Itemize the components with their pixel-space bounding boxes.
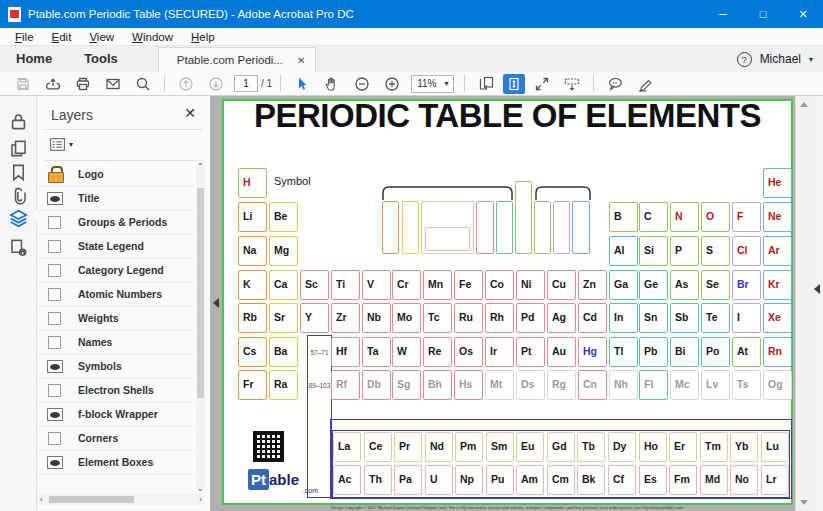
layer-row-groups-periods[interactable]: Groups & Periods: [37, 211, 195, 235]
account-name[interactable]: Michael: [760, 52, 801, 66]
share-icon[interactable]: [40, 73, 66, 95]
layer-visible-eye-icon[interactable]: [47, 360, 63, 373]
fullscreen-icon[interactable]: [529, 73, 555, 95]
attachments-icon[interactable]: [9, 186, 28, 205]
model-tree-icon[interactable]: [9, 238, 28, 257]
fit-width-icon[interactable]: [473, 73, 499, 95]
previous-page-icon[interactable]: [173, 73, 199, 95]
help-icon[interactable]: ?: [737, 52, 752, 67]
next-page-icon[interactable]: [203, 73, 229, 95]
layer-row-names[interactable]: Names: [37, 331, 195, 355]
layer-visibility-checkbox[interactable]: [48, 216, 61, 229]
fit-page-button-selected[interactable]: [503, 74, 525, 94]
legend-box-green: [534, 201, 551, 254]
element-v: V: [362, 270, 391, 300]
element-os: Os: [454, 337, 483, 367]
save-icon[interactable]: [10, 73, 36, 95]
page-thumbnails-icon[interactable]: [9, 139, 28, 158]
scroll-up-icon[interactable]: [800, 102, 808, 107]
search-icon[interactable]: [130, 73, 156, 95]
email-icon[interactable]: [100, 73, 126, 95]
layer-row-weights[interactable]: Weights: [37, 307, 195, 331]
tab-document[interactable]: Ptable.com Periodi... ✕: [158, 47, 317, 72]
element-og: Og: [763, 370, 792, 400]
layer-row-atomic-numbers[interactable]: Atomic Numbers: [37, 283, 195, 307]
print-icon[interactable]: [70, 73, 96, 95]
layer-visible-eye-icon[interactable]: [47, 456, 63, 469]
layers-panel: Layers ✕ ▾ LogoTitleGroups & PeriodsStat…: [37, 96, 210, 511]
layer-row-category-legend[interactable]: Category Legend: [37, 259, 195, 283]
tab-document-label: Ptable.com Periodi...: [177, 54, 283, 66]
layer-row-f-block-wrapper[interactable]: f-block Wrapper: [37, 403, 195, 427]
layer-row-symbols[interactable]: Symbols: [37, 355, 195, 379]
element-db: Db: [362, 370, 391, 400]
account-dropdown-icon[interactable]: ▾: [809, 55, 813, 64]
layer-visibility-checkbox[interactable]: [48, 432, 61, 445]
minimize-button[interactable]: ─: [703, 0, 743, 28]
layer-row-state-legend[interactable]: State Legend: [37, 235, 195, 259]
layer-label: Names: [78, 336, 112, 348]
acrobat-app-icon: [8, 7, 21, 22]
element-hf: Hf: [331, 337, 360, 367]
reading-mode-icon[interactable]: [559, 73, 585, 95]
element-pd: Pd: [516, 303, 545, 333]
layer-visibility-checkbox[interactable]: [48, 384, 61, 397]
hand-tool-icon[interactable]: [319, 73, 345, 95]
zoom-level-select[interactable]: 11% ▾: [411, 75, 454, 93]
layer-row-corners[interactable]: Corners: [37, 427, 195, 451]
layer-row-title[interactable]: Title: [37, 187, 195, 211]
element-au: Au: [547, 337, 576, 367]
collapse-left-panel-icon[interactable]: [213, 298, 219, 308]
select-tool-icon[interactable]: [289, 73, 315, 95]
layers-vertical-scrollbar[interactable]: ⌃ ⌄: [196, 160, 205, 493]
layer-visible-eye-icon[interactable]: [47, 408, 63, 421]
ptable-logo-pt: Pt: [248, 469, 269, 490]
tab-close-icon[interactable]: ✕: [297, 55, 305, 66]
comment-icon[interactable]: [602, 73, 628, 95]
layers-panel-close-icon[interactable]: ✕: [184, 105, 196, 121]
layers-options-button[interactable]: ▾: [49, 137, 73, 152]
zoom-out-icon[interactable]: [349, 73, 375, 95]
zoom-in-icon[interactable]: [379, 73, 405, 95]
layer-visibility-checkbox[interactable]: [48, 288, 61, 301]
tab-home[interactable]: Home: [0, 51, 68, 72]
layer-visibility-checkbox[interactable]: [48, 312, 61, 325]
layer-visibility-checkbox[interactable]: [48, 264, 61, 277]
close-button[interactable]: ✕: [783, 0, 823, 28]
element-eu: Eu: [516, 432, 544, 462]
menu-help[interactable]: Help: [182, 31, 224, 43]
layer-visibility-checkbox[interactable]: [48, 336, 61, 349]
menu-file[interactable]: File: [6, 31, 43, 43]
acrobat-window: Ptable.com Periodic Table (SECURED) - Ad…: [0, 0, 823, 511]
security-lock-icon[interactable]: [9, 112, 28, 131]
element-ge: Ge: [639, 270, 668, 300]
tab-tools[interactable]: Tools: [68, 51, 134, 72]
zoom-caret-icon: ▾: [444, 79, 448, 88]
page-number-input[interactable]: [234, 75, 258, 92]
element-pa: Pa: [394, 465, 422, 495]
layers-horizontal-scrollbar[interactable]: ‹ ›: [37, 494, 205, 505]
document-scrollbar[interactable]: [795, 96, 811, 511]
element-at: At: [732, 337, 761, 367]
menu-view[interactable]: View: [80, 31, 123, 43]
element-te: Te: [701, 303, 730, 333]
highlighter-icon[interactable]: [632, 73, 658, 95]
bookmarks-icon[interactable]: [9, 163, 28, 182]
element-h: H: [238, 168, 267, 198]
layer-row-logo[interactable]: Logo: [37, 163, 195, 187]
element-ac: Ac: [333, 465, 361, 495]
menu-window[interactable]: Window: [123, 31, 182, 43]
maximize-button[interactable]: □: [743, 0, 783, 28]
scroll-down-icon[interactable]: [800, 500, 808, 505]
collapse-right-panel-icon[interactable]: [814, 284, 820, 294]
layer-visibility-checkbox[interactable]: [48, 240, 61, 253]
layer-row-electron-shells[interactable]: Electron Shells: [37, 379, 195, 403]
layer-visible-eye-icon[interactable]: [47, 192, 63, 205]
element-th: Th: [364, 465, 392, 495]
element-rg: Rg: [547, 370, 576, 400]
layer-row-element-boxes[interactable]: Element Boxes: [37, 451, 195, 475]
element-mg: Mg: [269, 236, 298, 266]
layer-lock-icon[interactable]: [48, 166, 62, 182]
menu-edit[interactable]: Edit: [43, 31, 81, 43]
layers-icon-active[interactable]: [9, 209, 28, 228]
